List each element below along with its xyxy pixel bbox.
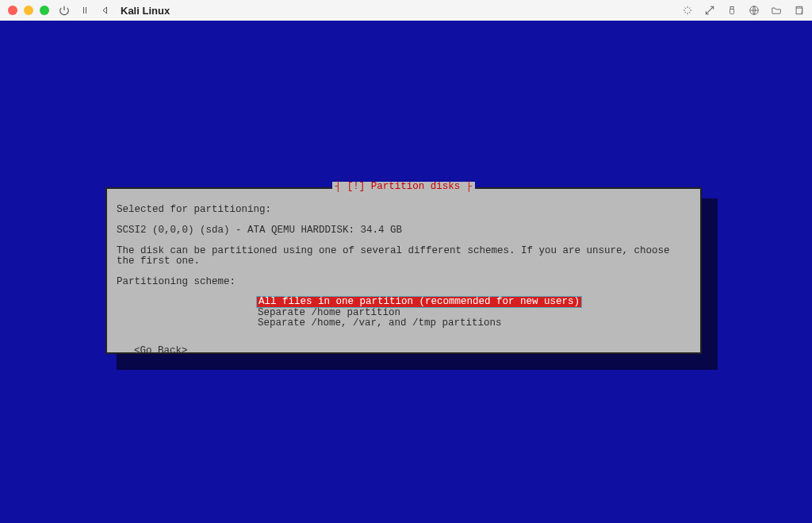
back-triangle-icon[interactable]: [100, 5, 111, 16]
usb-icon[interactable]: [726, 5, 737, 16]
vm-window-titlebar: Kali Linux: [0, 0, 812, 21]
installer-dialog-wrap: ┤ [!] Partition disks ├ Selected for par…: [105, 187, 708, 360]
power-icon[interactable]: [59, 5, 70, 16]
selected-for-partitioning-label: Selected for partitioning:: [117, 205, 691, 215]
zoom-window-icon[interactable]: [40, 6, 49, 15]
partitioning-scheme-label: Partitioning scheme:: [117, 277, 691, 287]
scheme-option-separate-home-var-tmp[interactable]: Separate /home, /var, and /tmp partition…: [258, 318, 691, 329]
scheme-option-all-in-one[interactable]: All files in one partition (recommended …: [258, 296, 691, 308]
svg-rect-3: [796, 8, 802, 14]
dialog-title: ┤ [!] Partition disks ├: [332, 182, 476, 192]
titlebar-right: [682, 5, 804, 16]
expand-icon[interactable]: [704, 5, 715, 16]
partitioning-scheme-list: All files in one partition (recommended …: [258, 296, 691, 329]
guidance-text: The disk can be partitioned using one of…: [117, 246, 691, 267]
globe-icon[interactable]: [749, 5, 760, 16]
vm-title: Kali Linux: [121, 5, 170, 17]
go-back-button[interactable]: <Go Back>: [134, 346, 691, 356]
sparkle-icon[interactable]: [682, 5, 693, 16]
pause-icon[interactable]: [79, 5, 90, 16]
svg-rect-1: [730, 10, 734, 14]
selected-disk-line: SCSI2 (0,0,0) (sda) - ATA QEMU HARDDISK:…: [117, 225, 691, 236]
titlebar-left: Kali Linux: [8, 5, 170, 17]
windows-stack-icon[interactable]: [793, 5, 804, 16]
close-window-icon[interactable]: [8, 6, 17, 15]
partition-disks-dialog: ┤ [!] Partition disks ├ Selected for par…: [105, 187, 702, 354]
folder-icon[interactable]: [771, 5, 782, 16]
dialog-title-row: ┤ [!] Partition disks ├: [107, 182, 700, 192]
minimize-window-icon[interactable]: [24, 6, 33, 15]
traffic-lights: [8, 6, 49, 15]
guest-screen: ┤ [!] Partition disks ├ Selected for par…: [0, 21, 812, 523]
